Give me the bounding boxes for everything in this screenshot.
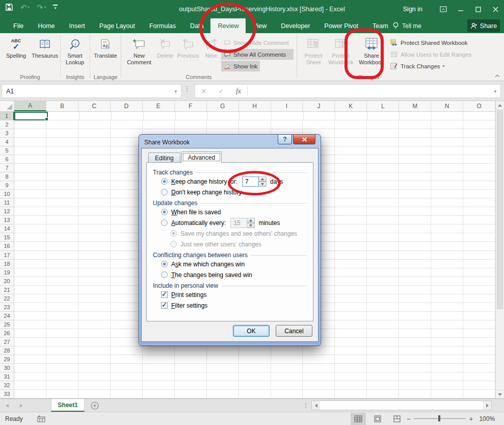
column-header-f[interactable]: F	[175, 101, 207, 111]
cell-M4[interactable]	[399, 138, 431, 146]
cell-E29[interactable]	[143, 355, 175, 364]
chevron-down-icon[interactable]: ▾	[174, 89, 177, 94]
cell-L8[interactable]	[367, 172, 399, 181]
show-hide-comment-button[interactable]: Show/Hide Comment	[221, 37, 294, 48]
cell-I31[interactable]	[271, 372, 303, 381]
cell-A28[interactable]	[14, 346, 46, 355]
cell-K12[interactable]	[335, 207, 367, 216]
cell-L29[interactable]	[367, 355, 399, 364]
cell-B11[interactable]	[46, 198, 78, 207]
option-filter-settings[interactable]: Filter settings	[153, 300, 307, 311]
option-dont-keep-history[interactable]: Don't keep change history	[153, 187, 307, 197]
scroll-down-button[interactable]	[496, 390, 504, 398]
cell-D14[interactable]	[111, 224, 143, 233]
cell-A4[interactable]	[14, 138, 46, 146]
cell-K21[interactable]	[335, 286, 367, 294]
cell-N27[interactable]	[431, 338, 463, 346]
cell-N3[interactable]	[431, 129, 463, 138]
cell-O24[interactable]	[463, 312, 495, 320]
row-header-13[interactable]: 13	[0, 216, 14, 224]
cell-K25[interactable]	[335, 320, 367, 329]
cell-C20[interactable]	[78, 277, 111, 286]
cell-A30[interactable]	[14, 364, 46, 372]
cell-L25[interactable]	[367, 320, 399, 329]
cell-K2[interactable]	[335, 120, 367, 129]
cell-L26[interactable]	[367, 329, 399, 338]
cell-G28[interactable]	[207, 346, 239, 355]
cell-O15[interactable]	[463, 233, 495, 242]
cell-B15[interactable]	[46, 233, 78, 242]
show-ink-button[interactable]: Show Ink	[221, 61, 260, 71]
cell-M11[interactable]	[399, 198, 431, 207]
cell-N6[interactable]	[431, 155, 463, 164]
cell-N24[interactable]	[431, 312, 463, 320]
cell-F30[interactable]	[175, 364, 207, 372]
cell-N1[interactable]	[432, 112, 464, 120]
cell-H30[interactable]	[239, 364, 271, 372]
cell-N23[interactable]	[431, 303, 463, 312]
row-header-15[interactable]: 15	[0, 233, 14, 242]
ribbon-tab-developer[interactable]: Developer	[274, 18, 317, 33]
cell-I29[interactable]	[271, 355, 303, 364]
cell-J28[interactable]	[303, 346, 335, 355]
cell-L16[interactable]	[367, 242, 399, 251]
row-header-16[interactable]: 16	[0, 242, 14, 251]
close-button[interactable]	[487, 0, 504, 18]
row-header-8[interactable]: 8	[0, 172, 14, 181]
row-header-9[interactable]: 9	[0, 181, 14, 190]
cell-N20[interactable]	[431, 277, 463, 286]
cell-H2[interactable]	[239, 120, 271, 129]
scroll-up-button[interactable]	[496, 101, 504, 110]
cell-D27[interactable]	[111, 338, 143, 346]
cell-O5[interactable]	[463, 146, 495, 155]
cell-B10[interactable]	[46, 190, 78, 198]
row-header-32[interactable]: 32	[0, 381, 14, 390]
cell-D22[interactable]	[111, 294, 143, 303]
cell-C8[interactable]	[78, 172, 111, 181]
cell-M6[interactable]	[399, 155, 431, 164]
cell-O33[interactable]	[463, 390, 495, 398]
cell-C17[interactable]	[78, 251, 111, 260]
cell-O13[interactable]	[463, 216, 495, 224]
row-header-10[interactable]: 10	[0, 190, 14, 198]
cell-M22[interactable]	[399, 294, 431, 303]
cell-C25[interactable]	[78, 320, 111, 329]
cell-I30[interactable]	[271, 364, 303, 372]
cell-C26[interactable]	[78, 329, 111, 338]
cell-H32[interactable]	[239, 381, 271, 390]
cell-M2[interactable]	[399, 120, 431, 129]
cell-N31[interactable]	[431, 372, 463, 381]
cell-E33[interactable]	[143, 390, 175, 398]
cell-O27[interactable]	[463, 338, 495, 346]
cell-O17[interactable]	[463, 251, 495, 260]
cell-B33[interactable]	[46, 390, 78, 398]
cell-M16[interactable]	[399, 242, 431, 251]
cell-N8[interactable]	[431, 172, 463, 181]
cell-O31[interactable]	[463, 372, 495, 381]
cell-D3[interactable]	[111, 129, 143, 138]
cell-I32[interactable]	[271, 381, 303, 390]
cell-K14[interactable]	[335, 224, 367, 233]
cell-O10[interactable]	[463, 190, 495, 198]
cell-G30[interactable]	[207, 364, 239, 372]
row-header-30[interactable]: 30	[0, 364, 14, 372]
cell-C16[interactable]	[78, 242, 111, 251]
cell-A6[interactable]	[14, 155, 46, 164]
cell-M1[interactable]	[400, 112, 432, 120]
cell-A2[interactable]	[14, 120, 46, 129]
select-all-corner[interactable]	[0, 101, 14, 111]
new-sheet-button[interactable]	[85, 399, 105, 412]
cell-C32[interactable]	[78, 381, 111, 390]
cell-L6[interactable]	[367, 155, 399, 164]
row-header-31[interactable]: 31	[0, 372, 14, 381]
cell-B5[interactable]	[46, 146, 78, 155]
cell-C2[interactable]	[78, 120, 111, 129]
cell-C30[interactable]	[78, 364, 111, 372]
cell-A16[interactable]	[14, 242, 46, 251]
cell-B32[interactable]	[46, 381, 78, 390]
cell-O18[interactable]	[463, 260, 495, 268]
cell-N11[interactable]	[431, 198, 463, 207]
spin-up-icon[interactable]	[259, 177, 267, 182]
column-header-l[interactable]: L	[367, 101, 399, 111]
protect-sheet-button[interactable]: Protect Sheet	[300, 34, 327, 72]
